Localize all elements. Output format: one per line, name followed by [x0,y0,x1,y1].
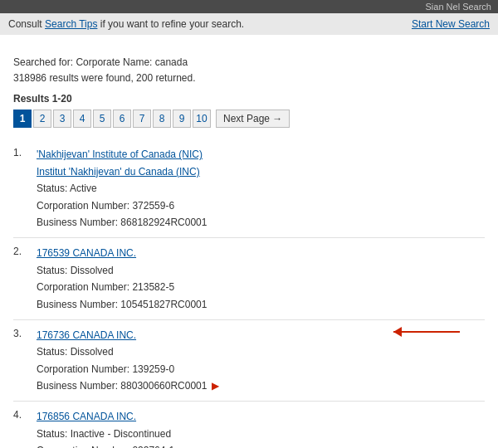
results-label: Results 1-20 [13,93,485,105]
pagination: 12345678910Next Page → [13,110,485,128]
search-tips-link[interactable]: Search Tips [45,18,97,30]
next-page-button[interactable]: Next Page → [216,110,290,128]
result-item: 3.176736 CANADA INC.Status: DissolvedCor… [13,320,485,402]
result-corp-number: Corporation Number: 022764-1 [37,442,485,448]
result-item: 1.'Nakhijevan' Institute of Canada (NIC)… [13,139,485,238]
results-list: 1.'Nakhijevan' Institute of Canada (NIC)… [13,139,485,448]
result-content: 176539 CANADA INC.Status: DissolvedCorpo… [37,245,485,313]
page-btn-3[interactable]: 3 [53,110,71,128]
result-status: Status: Active [37,180,485,197]
result-corp-number: Corporation Number: 213582-5 [37,279,485,295]
result-corp-number: Corporation Number: 139259-0 [37,361,485,377]
result-item: 4.176856 CANADA INC.Status: Inactive - D… [13,402,485,448]
page-btn-10[interactable]: 10 [193,110,211,128]
search-tips-bar: Consult Search Tips if you want to refin… [0,13,498,35]
result-number: 3. [13,327,37,395]
page-btn-2[interactable]: 2 [33,110,51,128]
search-info: Searched for: Corporate Name: canada 318… [13,51,485,93]
search-tips-left: Consult Search Tips if you want to refin… [8,18,244,30]
start-new-search-link[interactable]: Start New Search [412,18,490,30]
result-corp-number: Corporation Number: 372559-6 [37,197,485,214]
search-info-line2: 318986 results were found, 200 returned. [13,71,485,86]
page-btn-9[interactable]: 9 [173,110,191,128]
result-biz-number: Business Number: 105451827RC0001 [37,296,485,313]
result-status: Status: Inactive - Discontinued [37,426,485,442]
page-btn-1[interactable]: 1 [13,110,32,128]
result-biz-number: Business Number: 880300660RC0001▶ [37,377,485,394]
result-name-link[interactable]: 176856 CANADA INC. [37,408,136,425]
result-content: 176856 CANADA INC.Status: Inactive - Dis… [37,408,485,448]
result-number: 4. [13,408,37,448]
result-status: Status: Dissolved [37,343,485,360]
result-name-link[interactable]: 176539 CANADA INC. [37,245,136,261]
page-btn-4[interactable]: 4 [73,110,91,128]
result-number: 1. [13,146,37,231]
page-btn-6[interactable]: 6 [113,110,131,128]
result-number: 2. [13,245,37,313]
annotation-arrow [393,327,460,337]
consult-text: Consult [8,18,45,30]
page-btn-5[interactable]: 5 [93,110,111,128]
page-btn-7[interactable]: 7 [133,110,151,128]
result-name-link[interactable]: Institut 'Nakhijevan' du Canada (INC) [37,163,200,180]
top-bar: Sian Nel Search [0,0,498,13]
suffix-text: if you want to refine your search. [97,18,244,30]
result-content: 176736 CANADA INC.Status: DissolvedCorpo… [37,327,485,395]
result-item: 2.176539 CANADA INC.Status: DissolvedCor… [13,238,485,320]
result-content: 'Nakhijevan' Institute of Canada (NIC)In… [37,146,485,231]
result-name-link[interactable]: 176736 CANADA INC. [37,327,136,343]
search-info-line1: Searched for: Corporate Name: canada [13,55,485,71]
result-status: Status: Dissolved [37,262,485,279]
page-btn-8[interactable]: 8 [153,110,171,128]
topbar-label: Sian Nel Search [426,2,492,12]
result-name-link[interactable]: 'Nakhijevan' Institute of Canada (NIC) [37,146,203,163]
result-biz-number: Business Number: 868182924RC0001 [37,214,485,231]
main-content: Searched for: Corporate Name: canada 318… [0,43,498,448]
arrow-line [393,331,460,333]
small-arrow-icon: ▶ [212,380,219,392]
